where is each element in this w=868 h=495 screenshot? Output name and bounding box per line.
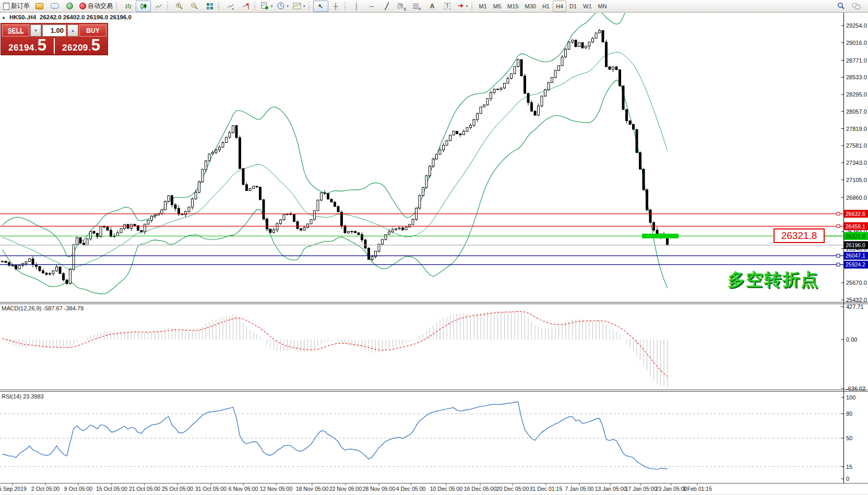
sell-price[interactable]: 26194.5 [1,39,54,53]
price-badge-label: 26321.8 [846,233,865,239]
turning-point-annotation[interactable]: 多空转折点 [728,268,819,292]
zoom-in-button[interactable] [172,1,187,12]
price-badge-label: 25924.2 [846,261,865,268]
signal-icon [66,3,73,9]
timeframe-H4[interactable]: H4 [553,1,566,12]
price-tick-label: 26860.0 [846,195,867,201]
volume-increase-button[interactable]: ▲ [67,25,78,37]
buy-price[interactable]: 26209.5 [55,39,108,53]
one-click-trading-panel: SELL ▼ ▲ BUY 26194.5 26209.5 [1,23,108,55]
fibonacci-tool-button[interactable]: F [410,1,425,12]
buy-button[interactable]: BUY [79,25,106,37]
new-order-button[interactable]: 新订单 [1,1,32,12]
toolbar-grip [116,2,119,10]
bollinger-lower-band [3,80,668,294]
text-icon: A [430,3,435,10]
timeframe-MN[interactable]: MN [595,1,610,12]
arrows-tool-button[interactable]: ▾ [455,1,470,12]
sell-button[interactable]: SELL [2,25,29,37]
indicators-button[interactable]: ▾ [259,1,275,12]
periods-button[interactable]: ▾ [275,1,291,12]
timeframe-H1[interactable]: H1 [539,1,553,12]
panel-collapse-icon[interactable]: ▲ [2,15,6,20]
spinner-up-icon: ▲ [71,29,75,32]
macd-signal-line [3,311,668,376]
timeframe-M5[interactable]: M5 [490,1,504,12]
search-button[interactable] [834,1,849,12]
price-tick-label: 27343.0 [846,160,867,166]
autotrading-label: 自动交易 [88,2,113,10]
fibonacci-f-label: F [419,7,422,11]
price-tick-label: 29254.0 [846,22,867,29]
chart-shift-button[interactable] [238,1,253,12]
price-badge-label: 26047.1 [846,252,865,259]
toolbar-grip [218,2,221,10]
templates-button[interactable]: ▾ [291,1,307,12]
timeframe-M15[interactable]: M15 [504,1,521,12]
macd-indicator-label: MACD(12,26,9) -587.67 -384.79 [2,305,84,311]
timeframe-M30[interactable]: M30 [522,1,539,12]
timeframe-M1[interactable]: M1 [476,1,490,12]
ohlc-values: 26242.0 26402.0 26196.0 26196.0 [40,14,132,20]
zoom-out-icon [191,2,198,10]
arrows-caret-icon[interactable]: ▾ [466,4,468,8]
crosshair-tool-button[interactable]: ┼ [328,1,343,12]
channel-icon [397,3,403,9]
price-tick-label: 27581.0 [846,142,867,149]
hline-handle[interactable] [837,263,840,266]
cursor-tool-button[interactable]: ↖ [313,1,328,12]
periods-caret-icon[interactable]: ▾ [287,4,289,8]
chart-title: ▲ HK50-,H4 26242.0 26402.0 26196.0 26196… [2,14,135,20]
bar-chart-button[interactable] [121,1,136,12]
vertical-line-tool-button[interactable]: │ [349,1,364,12]
autotrading-button[interactable]: 自动交易 [77,1,115,12]
bollinger-middle-band [3,52,668,269]
indicators-icon [261,2,269,10]
templates-caret-icon[interactable]: ▾ [303,4,305,8]
trendline-tool-button[interactable]: ╱ [379,1,395,12]
date-label: 20 Dec 05:00 [496,486,529,492]
search-icon [837,2,845,10]
volume-decrease-button[interactable]: ▼ [30,25,41,37]
price-callout-label[interactable]: 26321.8 [774,228,825,243]
horizontal-line-tool-button[interactable]: ─ [364,1,379,12]
chat-button[interactable] [849,1,864,12]
fibonacci-icon [413,3,419,9]
date-label: 16 Dec 05:00 [464,486,497,492]
date-label: 13 Jan 05:00 [595,486,627,492]
volume-input[interactable] [42,25,66,37]
timeframe-toolbar: M1M5M15M30H1H4D1W1MN [476,1,610,12]
date-label: 28 Nov 05:00 [363,486,396,492]
price-tick-label: 28533.0 [846,74,867,80]
bar-chart-icon [125,3,132,10]
chart-canvas[interactable]: 29254.029016.028771.028533.028295.028057… [0,0,868,495]
channel-tool-button[interactable]: E [395,1,410,12]
hline-handle[interactable] [837,212,840,215]
history-center-icon [35,3,43,9]
spinner-down-icon: ▼ [34,29,38,32]
line-chart-button[interactable] [151,1,166,12]
web-terminal-button[interactable] [47,1,62,12]
hline-handle[interactable] [837,225,840,228]
price-tick-label: 28771.0 [846,57,867,64]
indicators-caret-icon[interactable]: ▾ [271,4,273,8]
text-label-tool-button[interactable]: T [440,1,455,12]
date-label: 17 Jan 05:00 [625,486,657,492]
green-highlight-bar[interactable] [642,234,679,238]
signals-button[interactable] [62,1,77,12]
template-icon [293,3,301,9]
auto-scroll-button[interactable] [223,1,238,12]
date-label: 2 Oct 05:00 [31,486,60,492]
tile-windows-button[interactable] [202,1,217,12]
history-center-button[interactable] [32,1,47,12]
candlestick-chart-button[interactable] [136,1,151,12]
zoom-out-button[interactable] [187,1,202,12]
text-tool-button[interactable]: A [425,1,440,12]
hline-handle[interactable] [837,254,840,257]
main-toolbar: 新订单 自动交易 [0,0,868,13]
date-label: 9 Oct 05:00 [64,486,92,492]
timeframe-D1[interactable]: D1 [566,1,580,12]
tile-windows-icon [206,3,213,10]
timeframe-W1[interactable]: W1 [580,1,595,12]
date-label: 15 Oct 05:00 [96,486,127,492]
